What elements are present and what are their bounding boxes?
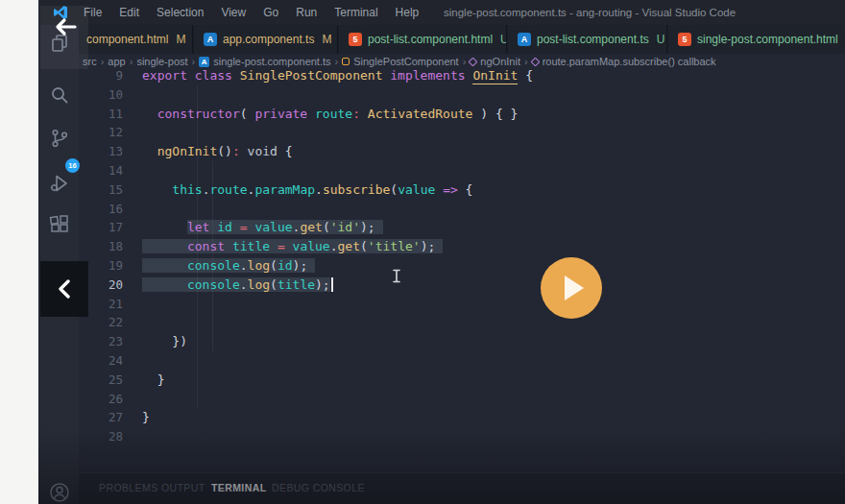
code-line[interactable]: 25 } bbox=[77, 371, 845, 390]
panel-tab-debug-console[interactable]: DEBUG CONSOLE bbox=[272, 482, 365, 493]
html-icon: 5 bbox=[349, 33, 362, 46]
menu-bar: File Edit Selection View Go Run Terminal… bbox=[75, 0, 427, 25]
line-number: 12 bbox=[77, 123, 123, 142]
symbol-method-icon bbox=[469, 57, 478, 66]
menu-go[interactable]: Go bbox=[254, 0, 287, 25]
extensions-icon[interactable] bbox=[49, 214, 70, 235]
angular-icon: A bbox=[204, 33, 217, 46]
code-text: }) bbox=[142, 332, 187, 351]
line-number: 24 bbox=[77, 351, 123, 371]
code-line[interactable]: 21 bbox=[77, 295, 845, 314]
line-number: 17 bbox=[77, 218, 123, 237]
tab-component-html[interactable]: component.html M bbox=[77, 25, 193, 54]
code-text: } bbox=[142, 408, 150, 427]
line-number: 11 bbox=[77, 105, 123, 124]
tab-label: app.component.ts bbox=[223, 33, 314, 46]
line-number: 27 bbox=[77, 408, 123, 427]
line-number: 18 bbox=[77, 237, 123, 256]
code-line[interactable]: 9export class SinglePostComponent implem… bbox=[77, 66, 845, 85]
window-title: single-post.component.ts - ang-routing -… bbox=[444, 0, 736, 25]
code-text: export class SinglePostComponent impleme… bbox=[142, 66, 533, 85]
code-line[interactable]: 17 let id = value.get('id'); bbox=[77, 218, 845, 237]
git-status-badge: M bbox=[322, 33, 331, 46]
run-and-debug-icon[interactable] bbox=[49, 173, 70, 194]
play-button[interactable] bbox=[541, 257, 602, 319]
code-line[interactable]: 15 this.route.paramMap.subscribe(value =… bbox=[77, 180, 845, 200]
code-line[interactable]: 10 bbox=[77, 85, 845, 105]
panel-tab-terminal[interactable]: TERMINAL bbox=[211, 482, 266, 493]
code-text: console.log(title); bbox=[142, 276, 333, 295]
tab-label: single-post.component.html bbox=[697, 33, 838, 46]
code-text: ngOnInit(): void { bbox=[142, 142, 293, 161]
code-line[interactable]: 22 bbox=[77, 313, 845, 332]
code-line[interactable]: 13 ngOnInit(): void { bbox=[77, 142, 845, 161]
code-text: let id = value.get('id'); bbox=[142, 218, 383, 237]
line-number: 16 bbox=[77, 200, 123, 219]
line-number: 28 bbox=[77, 427, 123, 446]
code-line[interactable]: 24 bbox=[77, 351, 845, 371]
code-line[interactable]: 12 bbox=[77, 123, 845, 142]
code-line[interactable]: 14 bbox=[77, 161, 845, 180]
text-caret bbox=[331, 277, 333, 292]
tab-single-post-component-html[interactable]: 5 single-post.component.html U bbox=[668, 25, 845, 54]
editor-tab-bar: component.html M A app.component.ts M 5 … bbox=[77, 25, 845, 54]
tab-label: post-list.component.html bbox=[368, 33, 493, 46]
code-line[interactable]: 20 console.log(title); bbox=[77, 276, 845, 295]
scm-pending-changes-badge: 16 bbox=[65, 158, 80, 173]
menu-selection[interactable]: Selection bbox=[148, 0, 212, 25]
menu-view[interactable]: View bbox=[212, 0, 254, 25]
code-text: const title = value.get('title'); bbox=[142, 237, 443, 256]
code-line[interactable]: 28 bbox=[77, 427, 845, 446]
angular-icon: A bbox=[199, 57, 209, 67]
menu-terminal[interactable]: Terminal bbox=[326, 0, 386, 25]
overlay-back-button-background bbox=[40, 6, 88, 69]
line-number: 13 bbox=[77, 142, 123, 161]
code-line[interactable]: 23 }) bbox=[77, 332, 845, 351]
video-tutorial-frame: File Edit Selection View Go Run Terminal… bbox=[0, 0, 845, 504]
line-number: 23 bbox=[77, 332, 123, 351]
line-number: 26 bbox=[77, 390, 123, 409]
line-number: 10 bbox=[77, 85, 123, 105]
tab-app-component-ts[interactable]: A app.component.ts M bbox=[194, 25, 338, 54]
code-text: console.log(id); bbox=[142, 256, 315, 276]
code-line[interactable]: 18 const title = value.get('title'); bbox=[77, 237, 845, 256]
menu-help[interactable]: Help bbox=[387, 0, 428, 25]
git-status-badge: M bbox=[176, 33, 185, 46]
line-number: 25 bbox=[77, 371, 123, 390]
account-icon[interactable] bbox=[49, 482, 70, 503]
back-arrow-button[interactable] bbox=[53, 16, 78, 37]
tab-post-list-component-html[interactable]: 5 post-list.component.html U bbox=[339, 25, 507, 54]
code-line[interactable]: 19 console.log(id); bbox=[77, 256, 845, 276]
code-line[interactable]: 16 bbox=[77, 200, 845, 219]
git-status-badge: U bbox=[500, 33, 507, 46]
panel-tab-problems[interactable]: PROBLEMS bbox=[99, 482, 158, 493]
code-text: constructor( private route: ActivatedRou… bbox=[142, 105, 518, 124]
html-icon: 5 bbox=[678, 33, 691, 46]
code-line[interactable]: 11 constructor( private route: Activated… bbox=[77, 105, 845, 124]
menu-run[interactable]: Run bbox=[287, 0, 326, 25]
code-line[interactable]: 27} bbox=[77, 408, 845, 427]
menu-edit[interactable]: Edit bbox=[110, 0, 148, 25]
tab-label: component.html bbox=[86, 33, 168, 46]
panel-tab-output[interactable]: OUTPUT bbox=[161, 482, 205, 493]
git-status-badge: U bbox=[657, 33, 665, 46]
source-control-icon[interactable] bbox=[49, 128, 70, 149]
tab-post-list-component-ts[interactable]: A post-list.component.ts U bbox=[508, 25, 667, 54]
code-line[interactable]: 26 bbox=[77, 390, 845, 409]
symbol-method-icon bbox=[530, 57, 540, 66]
code-text: this.route.paramMap.subscribe(value => { bbox=[142, 180, 472, 200]
line-number: 14 bbox=[77, 161, 123, 180]
angular-icon: A bbox=[518, 33, 531, 46]
chevron-left-icon bbox=[58, 279, 71, 299]
search-icon[interactable] bbox=[49, 84, 70, 106]
mouse-cursor-ibeam bbox=[392, 269, 401, 283]
code-editor[interactable]: 9export class SinglePostComponent implem… bbox=[77, 66, 845, 446]
vscode-window: File Edit Selection View Go Run Terminal… bbox=[38, 0, 845, 504]
title-bar: File Edit Selection View Go Run Terminal… bbox=[40, 0, 845, 25]
play-icon bbox=[565, 276, 584, 300]
line-number: 15 bbox=[77, 180, 123, 200]
code-text: } bbox=[142, 371, 164, 390]
bottom-panel: PROBLEMS OUTPUT TERMINAL DEBUG CONSOLE bbox=[40, 472, 845, 504]
symbol-class-icon bbox=[342, 58, 350, 65]
previous-chevron-button[interactable] bbox=[40, 261, 88, 317]
